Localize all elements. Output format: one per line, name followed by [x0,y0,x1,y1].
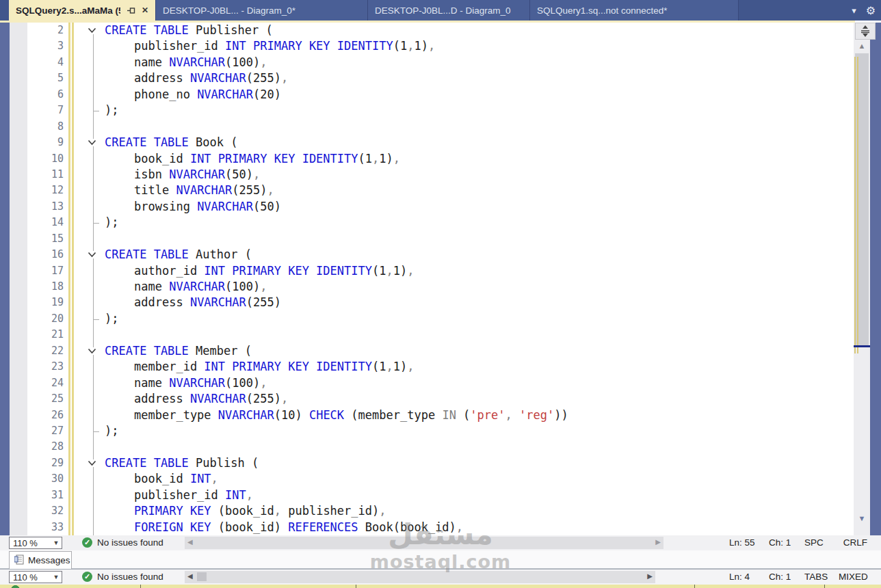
code-line[interactable]: 18 name NVARCHAR(100), [0,279,854,295]
fold-chevron-icon[interactable] [87,251,96,258]
scroll-down-icon[interactable]: ▼ [854,514,870,522]
editor1-status-bar: 110 % ▼ ✓ No issues found ◀ ▶ Ln: 55 Ch:… [0,535,881,550]
scroll-left-icon[interactable]: ◀ [187,538,193,546]
tab-label: SQLQuery2.s...aMaMa (54))* [16,5,120,16]
code-editor[interactable]: 2CREATE TABLE Publisher (3 publisher_id … [0,23,881,535]
code-line[interactable]: 5 address NVARCHAR(255), [0,70,854,86]
code-text: member_id INT PRIMARY KEY IDENTITY(1,1), [105,359,414,375]
horizontal-scrollbar[interactable]: ◀ ▶ [185,537,663,549]
code-text: CREATE TABLE Member ( [105,343,252,359]
code-line[interactable]: 28 [0,439,854,455]
line-number: 7 [27,103,64,118]
tab-messages[interactable]: Messages [9,551,72,569]
code-line[interactable]: 31 publisher_id INT, [0,487,854,503]
fold-chevron-icon[interactable] [87,347,96,355]
code-line[interactable]: 19 address NVARCHAR(255) [0,295,854,310]
code-line[interactable]: 16CREATE TABLE Author ( [0,247,854,263]
code-line[interactable]: 8 [0,119,854,135]
tab-sqlquery2[interactable]: SQLQuery2.s...aMaMa (54))* ✕ [9,0,156,21]
code-text: ); [105,311,118,327]
char-indicator: Ch: 1 [769,572,804,582]
fold-chevron-icon[interactable] [87,27,96,34]
code-line[interactable]: 14); [0,215,854,230]
scroll-up-icon[interactable]: ▲ [854,42,870,50]
tab-sqlquery1[interactable]: SQLQuery1.sq...not connected* [530,0,739,21]
connected-icon [11,585,20,588]
caret-position: Ln: 55 Ch: 1 SPC CRLF [729,537,867,548]
chevron-down-icon: ▼ [51,574,62,580]
code-line[interactable]: 7); [0,103,854,118]
zoom-value: 110 % [10,538,51,548]
results-tab-strip: Messages [0,550,881,569]
code-line[interactable]: 11 isbn NVARCHAR(50), [0,167,854,183]
code-line[interactable]: 10 book_id INT PRIMARY KEY IDENTITY(1,1)… [0,151,854,167]
code-line[interactable]: 21 [0,327,854,343]
code-line[interactable]: 22CREATE TABLE Member ( [0,343,854,359]
code-text: CREATE TABLE Publish ( [105,455,259,471]
zoom-value: 110 % [10,572,51,583]
code-line[interactable]: 2CREATE TABLE Publisher ( [0,23,854,38]
code-line[interactable]: 20); [0,311,854,327]
code-line[interactable]: 27); [0,423,854,439]
code-line[interactable]: 23 member_id INT PRIMARY KEY IDENTITY(1,… [0,359,854,375]
code-line[interactable]: 25 address NVARCHAR(255), [0,391,854,407]
line-number: 19 [27,295,64,310]
scroll-right-icon[interactable]: ▶ [647,572,653,580]
code-line[interactable]: 26 member_type NVARCHAR(10) CHECK (membe… [0,407,854,423]
pin-icon[interactable] [127,6,136,15]
line-number: 9 [27,135,64,150]
line-number: 24 [27,375,64,391]
code-line[interactable]: 9CREATE TABLE Book ( [0,135,854,150]
line-number: 15 [27,231,64,247]
document-tab-bar: SQLQuery2.s...aMaMa (54))* ✕ DESKTOP-J0B… [0,0,881,21]
code-text: ); [105,103,118,118]
code-line[interactable]: 29CREATE TABLE Publish ( [0,455,854,471]
issues-status: No issues found [97,537,163,548]
hscrollbar-thumb[interactable] [197,572,207,581]
code-line[interactable]: 12 title NVARCHAR(255), [0,183,854,198]
line-number: 27 [27,423,64,439]
zoom-select[interactable]: 110 % ▼ [9,571,62,583]
code-line[interactable]: 17 author_id INT PRIMARY KEY IDENTITY(1,… [0,263,854,279]
line-number: 33 [27,520,64,535]
line-number: 26 [27,407,64,423]
line-number: 3 [27,38,64,54]
zoom-select[interactable]: 110 % ▼ [9,537,62,549]
chevron-down-icon[interactable]: ▾ [852,5,856,16]
line-number: 22 [27,343,64,359]
scrollbar-caret-marker [854,345,870,347]
fold-chevron-icon[interactable] [87,139,96,146]
tabbar-actions: ▾ ⚙ [852,0,876,21]
code-line[interactable]: 6 phone_no NVARCHAR(20) [0,87,854,103]
code-line[interactable]: 4 name NVARCHAR(100), [0,55,854,70]
scroll-right-icon[interactable]: ▶ [655,538,661,546]
line-number: 12 [27,183,64,198]
code-line[interactable]: 33 FOREIGN KEY (book_id) REFERENCES Book… [0,520,854,535]
tab-label: DESKTOP-J0BL...D - Diagram_0 [375,5,511,16]
close-icon[interactable]: ✕ [142,6,148,14]
ssms-window: SQLQuery2.s...aMaMa (54))* ✕ DESKTOP-J0B… [0,0,881,588]
connection-status-strip [0,585,881,588]
line-number: 16 [27,247,64,263]
messages-label: Messages [28,555,70,565]
horizontal-scrollbar[interactable]: ◀ ▶ [185,571,655,583]
splitter-button[interactable] [855,23,876,40]
code-text: address NVARCHAR(255) [105,295,281,310]
insert-mode: SPC [804,537,839,548]
vertical-scrollbar[interactable]: ▲ ▼ [854,23,870,535]
code-text: address NVARCHAR(255), [105,70,288,86]
code-line[interactable]: 13 browsing NVARCHAR(50) [0,199,854,215]
line-number: 29 [27,455,64,471]
scroll-left-icon[interactable]: ◀ [187,572,193,580]
gear-icon[interactable]: ⚙ [866,4,876,17]
fold-chevron-icon[interactable] [87,459,96,467]
code-rows: 2CREATE TABLE Publisher (3 publisher_id … [0,23,854,535]
code-line[interactable]: 15 [0,231,854,247]
caret-position: Ln: 4 Ch: 1 TABS MIXED [729,572,867,582]
code-line[interactable]: 3 publisher_id INT PRIMARY KEY IDENTITY(… [0,38,854,54]
tab-diagram0-unsaved[interactable]: DESKTOP-J0BL... - Diagram_0* [156,0,368,21]
code-line[interactable]: 24 name NVARCHAR(100), [0,375,854,391]
tab-diagram0[interactable]: DESKTOP-J0BL...D - Diagram_0 [368,0,530,21]
code-line[interactable]: 30 book_id INT, [0,471,854,487]
code-line[interactable]: 32 PRIMARY KEY (book_id, publisher_id), [0,503,854,519]
